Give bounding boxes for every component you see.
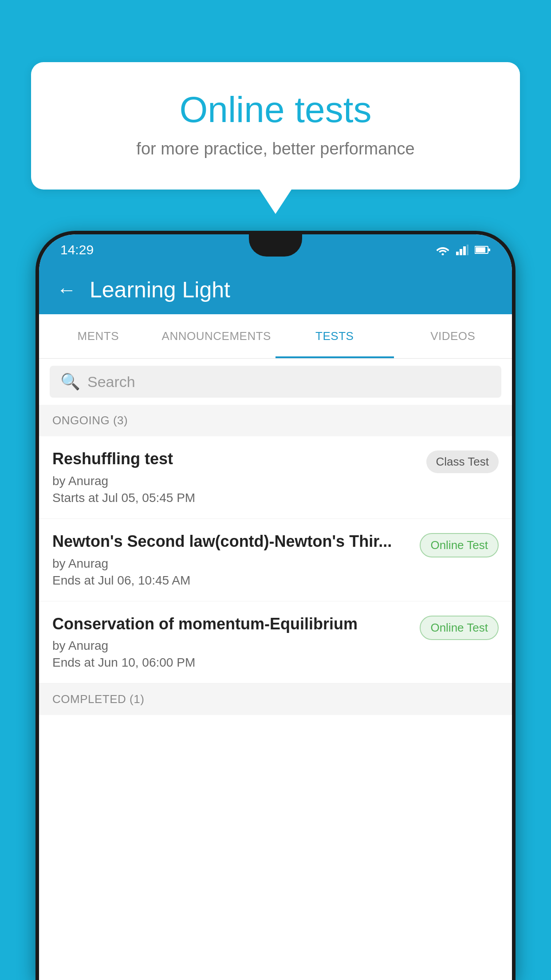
test-item[interactable]: Conservation of momentum-Equilibrium by … — [39, 601, 512, 684]
svg-point-0 — [442, 253, 444, 256]
test-title: Reshuffling test — [52, 449, 417, 470]
wifi-icon — [436, 245, 450, 255]
speech-bubble: Online tests for more practice, better p… — [31, 62, 520, 190]
bubble-subtitle: for more practice, better performance — [67, 139, 484, 158]
bubble-title: Online tests — [67, 89, 484, 130]
test-item[interactable]: Reshuffling test by Anurag Starts at Jul… — [39, 436, 512, 519]
battery-icon — [475, 245, 491, 254]
svg-rect-4 — [467, 245, 468, 255]
tab-ments[interactable]: MENTS — [39, 314, 157, 358]
search-bar[interactable]: 🔍 Search — [50, 366, 501, 398]
test-date: Starts at Jul 05, 05:45 PM — [52, 491, 417, 505]
ongoing-label: ONGOING (3) — [52, 414, 128, 427]
search-icon: 🔍 — [60, 372, 80, 391]
signal-icon — [456, 245, 468, 255]
notch — [249, 234, 302, 257]
search-input[interactable]: Search — [87, 373, 135, 391]
test-title: Conservation of momentum-Equilibrium — [52, 614, 411, 635]
test-date: Ends at Jul 06, 10:45 AM — [52, 573, 411, 588]
tabs-bar: MENTS ANNOUNCEMENTS TESTS VIDEOS — [39, 314, 512, 359]
tab-tests[interactable]: TESTS — [276, 314, 394, 358]
phone-screen: 14:29 — [39, 234, 512, 980]
speech-bubble-container: Online tests for more practice, better p… — [31, 62, 520, 190]
test-badge: Online Test — [420, 533, 499, 557]
test-item[interactable]: Newton's Second law(contd)-Newton's Thir… — [39, 519, 512, 601]
svg-rect-2 — [460, 249, 462, 255]
completed-section-header: COMPLETED (1) — [39, 684, 512, 715]
test-author: by Anurag — [52, 474, 417, 488]
test-title: Newton's Second law(contd)-Newton's Thir… — [52, 531, 411, 552]
svg-rect-7 — [488, 249, 490, 251]
back-button[interactable]: ← — [57, 279, 76, 301]
app-bar-title: Learning Light — [90, 277, 230, 303]
test-badge: Class Test — [426, 450, 499, 473]
tab-videos[interactable]: VIDEOS — [394, 314, 512, 358]
test-author: by Anurag — [52, 557, 411, 571]
status-icons — [436, 245, 491, 255]
test-info: Conservation of momentum-Equilibrium by … — [52, 614, 411, 670]
status-time: 14:29 — [60, 242, 94, 257]
phone-frame: 14:29 — [35, 231, 516, 980]
search-bar-container: 🔍 Search — [39, 359, 512, 405]
test-badge: Online Test — [420, 616, 499, 640]
svg-rect-3 — [463, 246, 466, 255]
test-author: by Anurag — [52, 639, 411, 653]
ongoing-section-header: ONGOING (3) — [39, 405, 512, 436]
svg-rect-6 — [476, 247, 485, 253]
app-bar: ← Learning Light — [39, 265, 512, 314]
test-list: Reshuffling test by Anurag Starts at Jul… — [39, 436, 512, 684]
completed-label: COMPLETED (1) — [52, 692, 144, 706]
tab-announcements[interactable]: ANNOUNCEMENTS — [157, 314, 276, 358]
phone-inner: 14:29 — [39, 234, 512, 980]
svg-rect-1 — [456, 252, 459, 255]
test-info: Reshuffling test by Anurag Starts at Jul… — [52, 449, 417, 505]
status-bar: 14:29 — [39, 234, 512, 265]
test-date: Ends at Jun 10, 06:00 PM — [52, 656, 411, 670]
test-info: Newton's Second law(contd)-Newton's Thir… — [52, 531, 411, 588]
